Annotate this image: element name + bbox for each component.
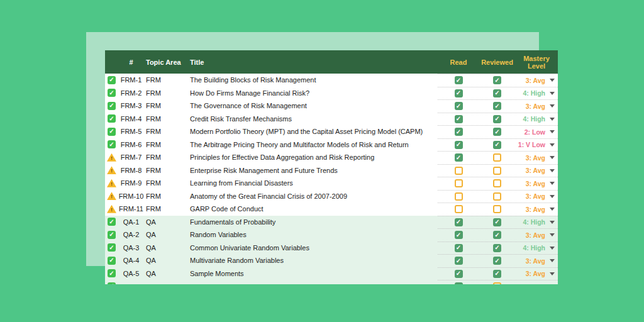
chapter-title: Fundamentals of Probability — [189, 218, 438, 226]
read-checkbox[interactable]: ✓ — [455, 141, 463, 149]
mastery-label: 1: V Low — [518, 141, 545, 148]
read-checkbox[interactable] — [455, 167, 463, 175]
chevron-down-icon — [550, 92, 555, 95]
reviewed-checkbox[interactable] — [493, 205, 501, 213]
reviewed-checkbox[interactable]: ✓ — [493, 89, 501, 97]
table-row: ✓✓ — [105, 280, 558, 284]
reviewed-checkbox[interactable]: ✓ — [493, 231, 501, 239]
status-warning-icon: ! — [107, 192, 116, 200]
read-checkbox[interactable]: ✓ — [455, 153, 463, 162]
chapter-title: Common Univariate Random Variables — [189, 244, 438, 252]
checkmark-icon: ✓ — [109, 270, 114, 277]
mastery-dropdown[interactable]: 1: V Low — [515, 141, 558, 148]
read-checkbox[interactable]: ✓ — [455, 257, 463, 265]
mastery-dropdown[interactable]: 4: High — [515, 244, 558, 252]
reviewed-checkbox[interactable]: ✓ — [493, 218, 501, 226]
chevron-down-icon — [550, 195, 555, 198]
chapter-number: FRM-3 — [118, 102, 144, 109]
read-cell — [438, 192, 479, 201]
status-cell: ✓ — [105, 218, 118, 226]
status-cell: ! — [105, 205, 118, 213]
row-tracking-cells: ✓✓4: High — [438, 87, 558, 100]
chevron-down-icon — [550, 259, 555, 262]
read-checkbox[interactable]: ✓ — [455, 218, 463, 226]
reviewed-checkbox[interactable] — [493, 282, 501, 284]
reviewed-checkbox[interactable]: ✓ — [493, 244, 501, 252]
status-check-icon: ✓ — [108, 231, 116, 239]
mastery-dropdown[interactable]: 3: Avg — [515, 180, 558, 187]
read-checkbox[interactable]: ✓ — [455, 89, 463, 97]
mastery-dropdown[interactable]: 3: Avg — [515, 270, 558, 277]
mastery-dropdown[interactable]: 3: Avg — [515, 231, 558, 239]
chevron-down-icon — [550, 272, 555, 275]
mastery-label: 4: High — [523, 244, 545, 252]
mastery-dropdown[interactable]: 3: Avg — [515, 167, 558, 174]
read-checkbox[interactable]: ✓ — [455, 270, 463, 278]
chevron-down-icon — [550, 104, 555, 108]
status-warning-icon: ! — [107, 153, 116, 162]
reviewed-checkbox[interactable]: ✓ — [493, 270, 501, 278]
status-check-icon: ✓ — [108, 218, 116, 226]
chapter-number: FRM-6 — [118, 141, 144, 148]
table-row: ✓QA-3QACommon Univariate Random Variable… — [105, 242, 558, 255]
row-tracking-cells: ✓✓3: Avg — [438, 74, 558, 87]
reviewed-checkbox[interactable] — [493, 167, 501, 175]
reviewed-cell — [479, 192, 515, 201]
mastery-dropdown[interactable]: 3: Avg — [515, 257, 558, 265]
reviewed-checkbox[interactable]: ✓ — [493, 128, 501, 136]
topic-area: QA — [144, 257, 189, 264]
read-checkbox[interactable] — [455, 179, 463, 187]
mastery-dropdown[interactable]: 4: High — [515, 218, 558, 226]
read-checkbox[interactable]: ✓ — [455, 76, 463, 84]
read-cell: ✓ — [438, 89, 479, 97]
status-check-icon: ✓ — [108, 282, 116, 284]
checkmark-icon: ✓ — [109, 128, 114, 135]
read-cell: ✓ — [438, 76, 479, 84]
status-check-icon: ✓ — [108, 114, 116, 123]
mastery-dropdown[interactable]: 3: Avg — [515, 206, 558, 213]
mastery-dropdown[interactable]: 3: Avg — [515, 103, 558, 110]
mastery-dropdown[interactable]: 3: Avg — [515, 77, 558, 84]
status-cell: ✓ — [105, 128, 118, 136]
status-cell: ✓ — [105, 243, 118, 252]
read-cell: ✓ — [438, 270, 479, 278]
chevron-down-icon — [550, 208, 555, 211]
status-check-icon: ✓ — [108, 269, 116, 277]
status-cell: ✓ — [105, 114, 118, 123]
checkmark-icon: ✓ — [494, 258, 499, 264]
reviewed-checkbox[interactable] — [493, 192, 501, 201]
read-checkbox[interactable]: ✓ — [455, 244, 463, 252]
reviewed-checkbox[interactable] — [493, 179, 501, 187]
reviewed-checkbox[interactable]: ✓ — [493, 102, 501, 110]
reviewed-checkbox[interactable]: ✓ — [493, 141, 501, 149]
read-checkbox[interactable]: ✓ — [455, 102, 463, 110]
read-checkbox[interactable] — [455, 205, 463, 213]
table-body: ✓FRM-1FRMThe Building Blocks of Risk Man… — [105, 74, 558, 284]
reviewed-checkbox[interactable]: ✓ — [493, 115, 501, 123]
mastery-dropdown[interactable]: 4: High — [515, 115, 558, 123]
row-tracking-cells: ✓✓1: V Low — [438, 138, 558, 152]
topic-area: QA — [144, 231, 189, 238]
topic-area: FRM — [144, 192, 189, 200]
mastery-dropdown[interactable]: 3: Avg — [515, 192, 558, 200]
status-check-icon: ✓ — [108, 140, 116, 148]
reviewed-checkbox[interactable] — [493, 153, 501, 162]
read-checkbox[interactable]: ✓ — [455, 231, 463, 239]
status-check-icon: ✓ — [108, 243, 116, 252]
reviewed-checkbox[interactable]: ✓ — [493, 76, 501, 84]
checkmark-icon: ✓ — [494, 116, 499, 122]
mastery-dropdown[interactable]: 2: Low — [515, 128, 558, 136]
mastery-label: 3: Avg — [526, 103, 545, 110]
read-checkbox[interactable]: ✓ — [455, 282, 463, 284]
read-checkbox[interactable]: ✓ — [455, 128, 463, 136]
read-checkbox[interactable]: ✓ — [455, 115, 463, 123]
checkmark-icon: ✓ — [109, 116, 114, 122]
status-cell: ! — [105, 166, 118, 174]
reviewed-checkbox[interactable]: ✓ — [493, 257, 501, 265]
mastery-dropdown[interactable]: 4: High — [515, 89, 558, 97]
mastery-dropdown[interactable]: 3: Avg — [515, 154, 558, 162]
read-cell: ✓ — [438, 282, 479, 284]
read-checkbox[interactable] — [455, 192, 463, 201]
mastery-label: 3: Avg — [526, 206, 545, 213]
mastery-label: 3: Avg — [526, 167, 545, 174]
